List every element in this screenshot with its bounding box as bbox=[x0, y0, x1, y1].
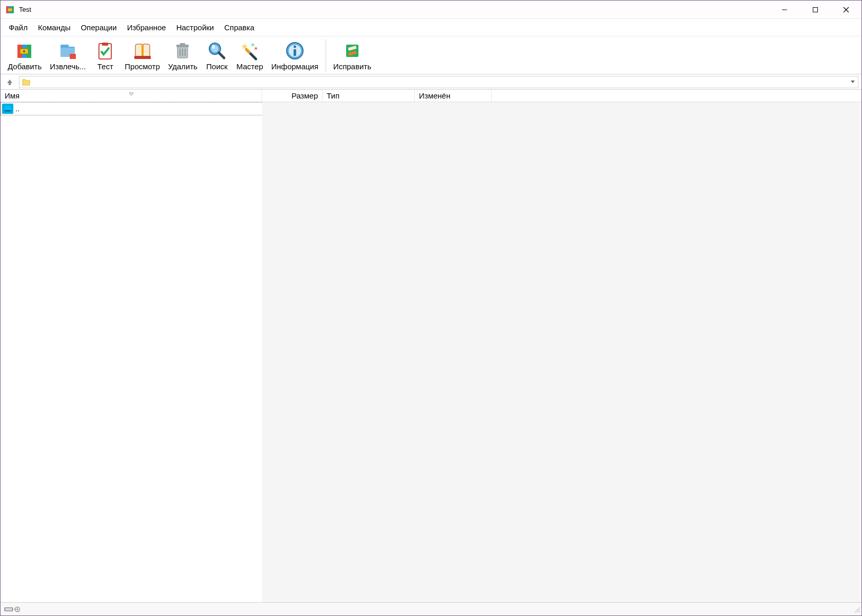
extract-button[interactable]: Извлечь... bbox=[46, 39, 90, 72]
svg-rect-37 bbox=[346, 45, 358, 57]
menu-file[interactable]: Файл bbox=[4, 21, 33, 34]
svg-rect-36 bbox=[293, 49, 296, 56]
menu-help[interactable]: Справка bbox=[219, 21, 259, 34]
statusbar bbox=[1, 602, 861, 615]
view-label: Просмотр bbox=[125, 62, 160, 71]
svg-rect-18 bbox=[102, 43, 108, 46]
minimize-button[interactable] bbox=[769, 1, 800, 19]
drive-status-icon[interactable] bbox=[4, 605, 22, 614]
svg-line-30 bbox=[219, 53, 224, 58]
search-button[interactable]: Поиск bbox=[202, 39, 232, 72]
svg-line-49 bbox=[859, 611, 860, 612]
menubar: Файл Команды Операции Избранное Настройк… bbox=[1, 19, 861, 36]
add-label: Добавить bbox=[8, 62, 42, 71]
svg-rect-3 bbox=[8, 8, 12, 11]
resize-grip[interactable] bbox=[853, 606, 860, 614]
info-label: Информация bbox=[271, 62, 318, 71]
drive-icon bbox=[2, 104, 13, 114]
repair-label: Исправить bbox=[333, 62, 371, 71]
wizard-icon bbox=[239, 41, 260, 61]
add-icon bbox=[14, 41, 35, 61]
svg-rect-43 bbox=[5, 608, 12, 610]
svg-rect-23 bbox=[180, 43, 185, 45]
repair-icon bbox=[342, 41, 363, 61]
info-button[interactable]: Информация bbox=[267, 39, 323, 72]
col-modified[interactable]: Изменён bbox=[415, 90, 492, 102]
col-name[interactable]: Имя bbox=[1, 90, 262, 102]
svg-rect-41 bbox=[5, 110, 11, 111]
row-name: .. bbox=[14, 105, 262, 113]
file-list[interactable]: .. Папка с файлами bbox=[1, 102, 262, 602]
up-button[interactable] bbox=[4, 76, 16, 88]
path-dropdown-icon[interactable] bbox=[850, 78, 856, 86]
repair-button[interactable]: Исправить bbox=[329, 39, 375, 72]
search-label: Поиск bbox=[206, 62, 228, 71]
window-title: Test bbox=[19, 6, 769, 13]
file-list-empty-right bbox=[262, 102, 861, 602]
delete-button[interactable]: Удалить bbox=[164, 39, 202, 72]
svg-rect-16 bbox=[70, 54, 76, 59]
wizard-button[interactable]: Мастер bbox=[232, 39, 267, 72]
col-size[interactable]: Размер bbox=[262, 90, 323, 102]
delete-label: Удалить bbox=[168, 62, 197, 71]
titlebar: Test bbox=[1, 1, 861, 19]
sort-indicator-icon bbox=[128, 89, 134, 97]
menu-settings[interactable]: Настройки bbox=[171, 21, 219, 34]
wizard-label: Мастер bbox=[236, 62, 263, 71]
toolbar: Добавить Извлечь... bbox=[1, 36, 861, 74]
delete-icon bbox=[172, 41, 193, 61]
app-window: Test Файл Команды Операции Избранное Нас… bbox=[0, 0, 862, 616]
search-icon bbox=[207, 41, 227, 61]
close-button[interactable] bbox=[831, 1, 861, 19]
folder-icon bbox=[22, 77, 31, 87]
svg-point-12 bbox=[23, 50, 25, 52]
menu-favorites[interactable]: Избранное bbox=[122, 21, 171, 34]
path-input-box[interactable] bbox=[19, 76, 858, 88]
table-row[interactable]: .. Папка с файлами bbox=[1, 102, 262, 115]
svg-rect-40 bbox=[5, 106, 11, 110]
content-area: .. Папка с файлами bbox=[1, 102, 861, 602]
col-size-label: Размер bbox=[291, 91, 318, 100]
add-button[interactable]: Добавить bbox=[4, 39, 46, 72]
svg-rect-5 bbox=[813, 7, 818, 12]
svg-rect-20 bbox=[142, 45, 144, 56]
svg-rect-19 bbox=[134, 56, 151, 59]
col-type-label: Тип bbox=[327, 91, 339, 100]
app-icon bbox=[6, 5, 15, 14]
extract-icon bbox=[57, 41, 78, 61]
menu-commands[interactable]: Команды bbox=[33, 21, 76, 34]
tool-group-main: Добавить Извлечь... bbox=[4, 39, 326, 72]
svg-point-29 bbox=[212, 45, 215, 49]
view-button[interactable]: Просмотр bbox=[121, 39, 164, 72]
col-type[interactable]: Тип bbox=[323, 90, 415, 102]
svg-point-45 bbox=[16, 608, 18, 610]
menu-operations[interactable]: Операции bbox=[75, 21, 122, 34]
extract-label: Извлечь... bbox=[50, 62, 86, 71]
test-icon bbox=[95, 41, 115, 61]
svg-line-32 bbox=[246, 49, 249, 52]
test-button[interactable]: Тест bbox=[90, 39, 121, 72]
maximize-button[interactable] bbox=[800, 1, 831, 19]
view-icon bbox=[132, 41, 153, 61]
info-icon bbox=[285, 41, 305, 61]
pathbar bbox=[1, 74, 861, 90]
col-modified-label: Изменён bbox=[419, 91, 450, 100]
col-name-label: Имя bbox=[5, 91, 19, 100]
svg-point-35 bbox=[293, 46, 296, 48]
test-label: Тест bbox=[97, 62, 113, 71]
column-headers: Имя Размер Тип Изменён bbox=[1, 90, 861, 102]
